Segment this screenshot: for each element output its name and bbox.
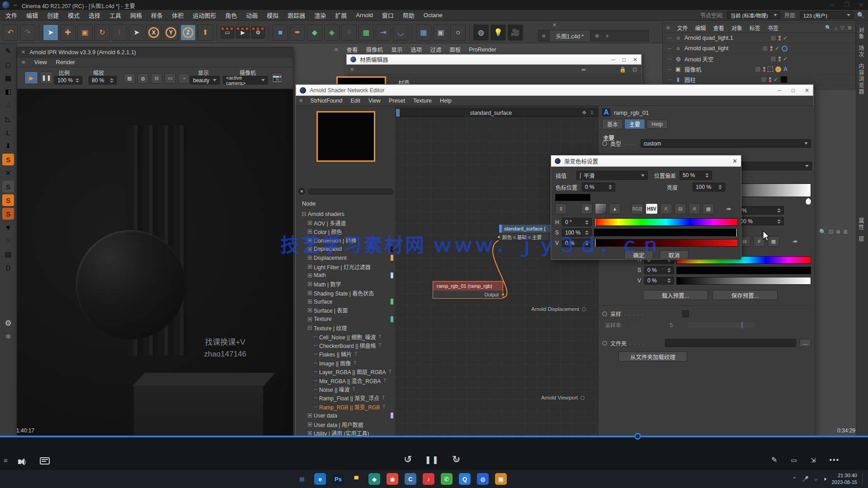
volume-icon[interactable]: ▦ bbox=[359, 24, 374, 41]
expand-icon[interactable] bbox=[308, 431, 312, 435]
main-menu-体积[interactable]: 体积 bbox=[167, 11, 188, 19]
ipr-display-dropdown[interactable]: beauty bbox=[190, 76, 220, 84]
me-menu-icon[interactable]: ≡ bbox=[346, 66, 358, 73]
me-lock-icon[interactable]: 🔒 bbox=[619, 66, 626, 73]
tree-item-Flakes-[interactable]: Flakes || 鳞片T bbox=[300, 350, 393, 358]
om-menu-文件[interactable]: 文件 bbox=[674, 24, 692, 32]
main-menu-渲染[interactable]: 渲染 bbox=[310, 11, 330, 19]
viewport-menu-ProRender[interactable]: ProRender bbox=[465, 47, 500, 53]
ipr-abort-icon[interactable]: ⊟ bbox=[151, 73, 162, 84]
close-x-icon[interactable]: ✕ bbox=[2, 167, 14, 179]
om-menu-对象[interactable]: 对象 bbox=[728, 24, 746, 32]
selection-tool-icon[interactable]: ➤ bbox=[129, 24, 144, 41]
volume-icon[interactable]: ) bbox=[18, 457, 26, 465]
tree-item-Ramp-Float-[interactable]: Ramp_Float || 渐变_浮点T bbox=[300, 394, 393, 402]
main-menu-运动图形[interactable]: 运动图形 bbox=[188, 11, 221, 19]
om-row--[interactable]: ▮圆柱✓ bbox=[663, 75, 855, 85]
dialog-hue-bar[interactable] bbox=[594, 218, 738, 226]
music-app-icon[interactable]: ♪ bbox=[423, 473, 434, 485]
main-menu-扩展[interactable]: 扩展 bbox=[330, 11, 351, 19]
om-protection-tag-icon[interactable]: ⟋ bbox=[775, 66, 781, 72]
dock-tab-场次[interactable]: 场次 bbox=[856, 42, 866, 61]
asne-menu-Edit[interactable]: Edit bbox=[346, 98, 364, 104]
viewport-menu-面板[interactable]: 面板 bbox=[445, 45, 465, 54]
tree-item-Texture[interactable]: Texture bbox=[300, 315, 393, 324]
attr-sat-bar[interactable] bbox=[676, 267, 811, 274]
axis-y-button[interactable]: Y bbox=[163, 24, 179, 41]
ipr-menu-icon[interactable]: ≡ bbox=[17, 59, 30, 66]
render-view-button[interactable]: ▭ bbox=[221, 27, 234, 38]
attr-eyedropper-icon[interactable]: ✒ bbox=[792, 237, 798, 245]
psr-icon[interactable]: ⁝ bbox=[112, 24, 127, 41]
om-visibility-dots[interactable] bbox=[763, 67, 765, 72]
doc-tab-close-icon[interactable]: ⊗ bbox=[590, 33, 604, 39]
more-options-icon[interactable]: ••• bbox=[829, 456, 840, 464]
main-menu-文件[interactable]: 文件 bbox=[1, 11, 22, 19]
attr-history-icon[interactable]: ⊕ bbox=[836, 229, 840, 235]
dock-tab-层[interactable]: 层 bbox=[856, 233, 866, 245]
type-param-dot[interactable] bbox=[602, 141, 607, 146]
expand-icon[interactable] bbox=[308, 413, 312, 418]
compare-icon[interactable]: ⇕ bbox=[555, 203, 567, 214]
om-enabled-check-icon[interactable]: ✓ bbox=[775, 45, 779, 52]
expand-icon[interactable] bbox=[308, 282, 312, 286]
ipr-close-icon[interactable]: ✕ bbox=[17, 49, 29, 55]
expand-icon[interactable] bbox=[308, 273, 312, 277]
ipr-zoom-spinner[interactable]: 80 % bbox=[89, 76, 117, 84]
main-menu-创建[interactable]: 创建 bbox=[42, 11, 63, 19]
mode-button-RGB[interactable]: RGB bbox=[631, 203, 643, 214]
me-maximize-icon[interactable]: □ bbox=[623, 56, 626, 63]
rotate-icon[interactable]: ↻ bbox=[94, 24, 110, 41]
player-timeline[interactable] bbox=[0, 436, 868, 437]
substance-icon-1[interactable]: S bbox=[2, 154, 14, 165]
dialog-swatches-icon[interactable]: ▦ bbox=[703, 203, 714, 214]
ramp-knob-white[interactable] bbox=[806, 198, 811, 205]
ipr-aov-icon[interactable]: ▦ bbox=[124, 73, 135, 84]
down-arrow-icon[interactable]: ⬇ bbox=[2, 140, 14, 152]
image-mode-icon[interactable]: ▲ bbox=[609, 203, 621, 214]
asne-menu-Preset[interactable]: Preset bbox=[385, 98, 409, 104]
graph-fit-icon[interactable]: ✥ bbox=[582, 110, 590, 116]
sample-checkbox[interactable] bbox=[682, 310, 689, 317]
tree-item-Math[interactable]: Math bbox=[300, 271, 393, 280]
tree-item-Arnold-shaders[interactable]: Arnold shaders bbox=[300, 210, 393, 218]
om-filter-icon[interactable]: ▽ bbox=[840, 25, 844, 31]
attr-s-spinner[interactable]: 0 % bbox=[644, 266, 674, 274]
axis-x-button[interactable]: X bbox=[146, 24, 161, 41]
doc-tab[interactable]: 头图1.c4d * bbox=[549, 30, 590, 41]
doc-tab-add-icon[interactable]: + bbox=[604, 33, 611, 39]
mode-button-K[interactable]: K bbox=[660, 203, 672, 214]
tree-item-Surface-[interactable]: Surface | 表面 bbox=[300, 306, 393, 314]
tree-item-User-data-[interactable]: User data | 用户数据 bbox=[300, 420, 393, 428]
doc-tab-menu-icon[interactable]: ≡ bbox=[538, 33, 549, 39]
om-target-tag-icon[interactable] bbox=[782, 46, 788, 52]
main-menu-选择[interactable]: 选择 bbox=[84, 11, 105, 19]
om-dotted-state-icon[interactable] bbox=[768, 66, 773, 72]
substance-icon-3[interactable]: S bbox=[2, 194, 14, 206]
type-dropdown[interactable]: custom bbox=[641, 139, 811, 148]
tray-volume-icon[interactable]: 🕨 bbox=[823, 476, 826, 482]
ramp-rgb-node[interactable]: ramp_rgb_01 (ramp_rgb) Output bbox=[433, 281, 503, 299]
skip-forward-button[interactable]: ↻30 bbox=[452, 454, 460, 465]
asne-menu-Help[interactable]: Help bbox=[436, 98, 456, 104]
stage-camera-icon[interactable]: ▣ bbox=[433, 24, 448, 41]
tree-item-Mix-RGBA-RGBA[interactable]: Mix_RGBA || 混合_RGBAT bbox=[300, 376, 393, 385]
om-edit-toggle[interactable] bbox=[762, 46, 768, 52]
dialog-eyedropper-icon[interactable]: ✒ bbox=[726, 205, 731, 213]
dialog-hex-icon[interactable]: # bbox=[689, 203, 700, 214]
interp-dropdown[interactable]: ∫ 平滑 bbox=[576, 171, 648, 180]
folder-browse-button[interactable]: ... bbox=[799, 339, 811, 347]
om-row--[interactable]: ▣摄像机⟋A bbox=[663, 64, 855, 75]
me-back-icon[interactable]: ⬅ bbox=[581, 66, 586, 73]
stop-bright-spinner[interactable]: 100 % bbox=[734, 217, 784, 225]
dialog-title-bar[interactable]: 渐变色标设置 ✕ bbox=[551, 155, 741, 167]
brightness-spinner[interactable]: 100 % bbox=[693, 183, 725, 192]
color-wheel-icon[interactable]: ✽ bbox=[581, 203, 593, 214]
ipr-menu-view[interactable]: View bbox=[30, 59, 52, 66]
collapse-icon[interactable] bbox=[302, 212, 306, 216]
explorer-icon[interactable]: ▀ bbox=[350, 473, 362, 485]
edge-icon[interactable]: e bbox=[314, 473, 326, 485]
cancel-button[interactable]: 取消 bbox=[660, 250, 689, 259]
main-menu-Octane[interactable]: Octane bbox=[419, 12, 447, 19]
om-edit-toggle[interactable] bbox=[770, 35, 776, 41]
